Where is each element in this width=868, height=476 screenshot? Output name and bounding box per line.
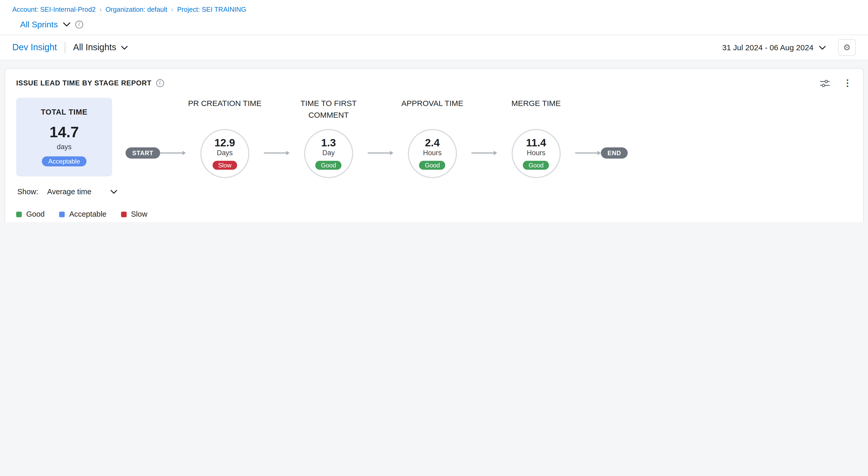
arrow-line [160, 153, 182, 153]
legend-item[interactable]: Acceptable [59, 210, 106, 218]
legend-label: Acceptable [69, 210, 106, 218]
sprint-selector[interactable]: All Sprints [20, 20, 58, 29]
arrow-line [575, 153, 597, 153]
stage-status-badge: Good [523, 161, 549, 170]
stage-circle[interactable]: 2.4HoursGood [408, 129, 457, 178]
show-select[interactable]: Average time [44, 187, 120, 196]
arrow-head-icon [494, 151, 497, 155]
stage-value: 12.9 [214, 137, 235, 149]
breadcrumb-separator: › [100, 6, 102, 13]
show-label: Show: [17, 187, 38, 196]
arrow-head-icon [597, 151, 601, 155]
breadcrumb-separator: › [171, 6, 173, 13]
total-time-value: 14.7 [24, 124, 104, 141]
panel-title: ISSUE LEAD TIME BY STAGE REPORT [16, 79, 151, 87]
sprint-selector-row: All Sprints i [12, 20, 856, 29]
stage-unit: Hours [423, 149, 441, 157]
stage-flow: STARTPR CREATION TIME12.9DaysSlowTIME TO… [125, 98, 628, 178]
stage-circle[interactable]: 12.9DaysSlow [200, 129, 250, 178]
lead-time-legend: GoodAcceptableSlow [5, 210, 863, 222]
stage-circle[interactable]: 1.3DayGood [304, 129, 353, 178]
scale-wrapper: Account: SEI-Internal-Prod2›Organization… [0, 0, 868, 222]
stage-status-badge: Good [419, 161, 445, 170]
breadcrumb-link[interactable]: Account: SEI-Internal-Prod2 [12, 5, 95, 13]
info-icon[interactable]: i [156, 79, 164, 87]
chevron-down-icon [819, 46, 826, 50]
total-time-status-badge: Acceptable [42, 156, 87, 167]
lead-time-body: TOTAL TIME 14.7 days Acceptable STARTPR … [5, 92, 863, 178]
total-time-card: TOTAL TIME 14.7 days Acceptable [16, 98, 112, 176]
legend-item[interactable]: Slow [121, 210, 147, 218]
flow-arrow [264, 151, 289, 155]
legend-swatch [59, 211, 65, 217]
insight-type-link[interactable]: Dev Insight [12, 42, 57, 53]
issue-lead-time-panel: ISSUE LEAD TIME BY STAGE REPORT i ⋮ TOTA… [4, 68, 864, 222]
legend-swatch [121, 211, 126, 217]
stage-value: 1.3 [321, 137, 336, 149]
stage-merge-time: MERGE TIME11.4HoursGood [497, 98, 575, 178]
date-range-selector[interactable]: 31 Jul 2024 - 06 Aug 2024 [719, 42, 829, 53]
filter-settings-button[interactable] [820, 79, 830, 87]
stage-name: MERGE TIME [499, 98, 573, 129]
stage-status-badge: Good [315, 161, 342, 170]
legend-label: Good [26, 210, 45, 218]
top-navigation: Account: SEI-Internal-Prod2›Organization… [0, 0, 868, 35]
stage-value: 2.4 [425, 137, 440, 149]
chevron-down-icon [121, 46, 128, 50]
divider [65, 42, 65, 53]
arrow-head-icon [390, 151, 394, 155]
flow-arrow [160, 151, 186, 155]
stage-approval-time: APPROVAL TIME2.4HoursGood [393, 98, 471, 178]
stage-value: 11.4 [526, 137, 546, 149]
page: Account: SEI-Internal-Prod2›Organization… [0, 0, 868, 222]
chevron-down-icon[interactable] [63, 22, 70, 27]
end-pill: END [601, 147, 628, 158]
arrow-line [264, 153, 286, 153]
stage-name: PR CREATION TIME [188, 98, 261, 129]
arrow-line [471, 153, 494, 153]
stage-unit: Day [322, 149, 335, 157]
legend-item[interactable]: Good [16, 210, 44, 218]
insight-header: Dev Insight All Insights 31 Jul 2024 - 0… [0, 35, 868, 60]
stage-name: TIME TO FIRST COMMENT [292, 98, 365, 129]
more-options-button[interactable]: ⋮ [843, 79, 852, 88]
arrow-head-icon [286, 151, 289, 155]
total-time-unit: days [24, 143, 104, 151]
panel-header: ISSUE LEAD TIME BY STAGE REPORT i ⋮ [5, 69, 863, 92]
dashboard-content: ISSUE LEAD TIME BY STAGE REPORT i ⋮ TOTA… [0, 60, 868, 222]
flow-arrow [575, 151, 601, 155]
panel-actions: ⋮ [820, 79, 852, 88]
gear-icon: ⚙ [843, 42, 851, 53]
date-range-text: 31 Jul 2024 - 06 Aug 2024 [722, 43, 814, 52]
legend-label: Slow [131, 210, 148, 218]
arrow-head-icon [182, 151, 186, 155]
show-row: Show: Average time [5, 187, 863, 196]
stage-unit: Days [217, 149, 232, 157]
total-time-title: TOTAL TIME [24, 108, 104, 116]
settings-gear-button[interactable]: ⚙ [838, 39, 856, 56]
stage-circle[interactable]: 11.4HoursGood [512, 129, 561, 178]
breadcrumb-link[interactable]: Project: SEI TRAINING [177, 5, 246, 13]
sliders-icon [820, 79, 830, 87]
kebab-icon: ⋮ [843, 79, 852, 88]
panel-title-wrap: ISSUE LEAD TIME BY STAGE REPORT i [16, 79, 164, 87]
insight-selector[interactable]: All Insights [73, 42, 128, 53]
flow-arrow [368, 151, 394, 155]
show-value: Average time [47, 187, 91, 196]
start-pill: START [125, 147, 160, 158]
arrow-line [368, 153, 390, 153]
breadcrumb-link[interactable]: Organization: default [105, 5, 167, 13]
stage-time-to-first-comment: TIME TO FIRST COMMENT1.3DayGood [289, 98, 368, 178]
info-icon[interactable]: i [75, 20, 83, 28]
insight-name: All Insights [73, 42, 116, 53]
stage-status-badge: Slow [213, 161, 237, 170]
legend-swatch [16, 211, 22, 217]
flow-arrow [471, 151, 497, 155]
chevron-down-icon [110, 190, 117, 194]
stage-pr-creation-time: PR CREATION TIME12.9DaysSlow [186, 98, 264, 178]
stage-unit: Hours [527, 149, 545, 157]
stage-name: APPROVAL TIME [396, 98, 469, 129]
breadcrumb: Account: SEI-Internal-Prod2›Organization… [12, 5, 856, 13]
